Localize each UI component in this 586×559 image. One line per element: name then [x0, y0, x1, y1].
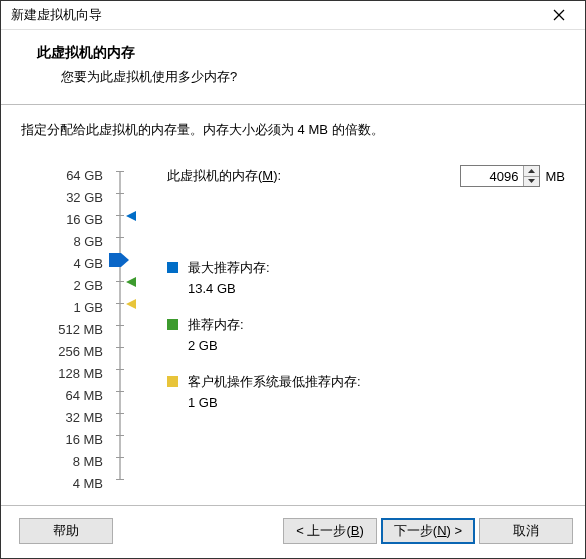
wizard-header: 此虚拟机的内存 您要为此虚拟机使用多少内存? — [1, 30, 585, 105]
scale-tick-label: 512 MB — [21, 319, 113, 341]
svg-marker-4 — [126, 299, 136, 309]
chevron-down-icon — [528, 179, 535, 183]
memory-value-input[interactable] — [461, 166, 523, 186]
memory-spinner — [460, 165, 540, 187]
next-button[interactable]: 下一步(N) > — [381, 518, 475, 544]
scale-tick-label: 1 GB — [21, 297, 113, 319]
page-subtitle: 您要为此虚拟机使用多少内存? — [37, 68, 585, 86]
page-title: 此虚拟机的内存 — [37, 44, 585, 62]
back-prefix: < 上一步( — [296, 523, 351, 538]
close-button[interactable] — [539, 1, 579, 29]
cancel-button[interactable]: 取消 — [479, 518, 573, 544]
scale-tick-label: 16 MB — [21, 429, 113, 451]
scale-tick-label: 8 GB — [21, 231, 113, 253]
help-button[interactable]: 帮助 — [19, 518, 113, 544]
spinner-buttons — [523, 166, 539, 186]
wizard-body: 指定分配给此虚拟机的内存量。内存大小必须为 4 MB 的倍数。 64 GB 32… — [1, 105, 585, 505]
scale-tick-label: 32 GB — [21, 187, 113, 209]
scale-tick-label: 256 MB — [21, 341, 113, 363]
wizard-footer: 帮助 < 上一步(B) 下一步(N) > 取消 — [1, 505, 585, 558]
next-hotkey: N — [437, 523, 446, 538]
memory-slider-track[interactable] — [113, 171, 139, 479]
square-icon — [167, 376, 178, 387]
svg-marker-2 — [126, 211, 136, 221]
memory-slider-thumb[interactable] — [109, 253, 129, 267]
scale-tick-label: 16 GB — [21, 209, 113, 231]
scale-tick-label: 128 MB — [21, 363, 113, 385]
min-recommended-title: 客户机操作系统最低推荐内存: — [188, 373, 361, 391]
max-recommended-block: 最大推荐内存: 13.4 GB — [167, 259, 565, 296]
min-recommended-value: 1 GB — [188, 395, 361, 410]
min-memory-marker — [126, 299, 136, 309]
square-icon — [167, 262, 178, 273]
memory-scale: 64 GB 32 GB 16 GB 8 GB 4 GB 2 GB 1 GB 51… — [21, 165, 113, 495]
memory-label: 此虚拟机的内存(M): — [167, 167, 460, 185]
info-column: 此虚拟机的内存(M): MB — [167, 165, 565, 430]
scale-tick-label: 32 MB — [21, 407, 113, 429]
min-recommended-block: 客户机操作系统最低推荐内存: 1 GB — [167, 373, 565, 410]
window-title: 新建虚拟机向导 — [11, 6, 539, 24]
titlebar: 新建虚拟机向导 — [1, 1, 585, 30]
scale-tick-label: 4 GB — [21, 253, 113, 275]
memory-input-row: 此虚拟机的内存(M): MB — [167, 165, 565, 187]
back-button[interactable]: < 上一步(B) — [283, 518, 377, 544]
max-memory-marker — [126, 211, 136, 221]
close-icon — [553, 9, 565, 21]
recommended-value: 2 GB — [188, 338, 244, 353]
instruction-text: 指定分配给此虚拟机的内存量。内存大小必须为 4 MB 的倍数。 — [21, 121, 565, 139]
memory-content: 64 GB 32 GB 16 GB 8 GB 4 GB 2 GB 1 GB 51… — [21, 165, 565, 495]
memory-unit: MB — [546, 169, 566, 184]
memory-decrease-button[interactable] — [524, 176, 539, 187]
memory-label-suffix: ): — [273, 168, 281, 183]
square-icon — [167, 319, 178, 330]
scale-tick-label: 2 GB — [21, 275, 113, 297]
svg-marker-6 — [528, 169, 535, 173]
scale-tick-label: 4 MB — [21, 473, 113, 495]
svg-marker-7 — [528, 179, 535, 183]
recommended-title: 推荐内存: — [188, 316, 244, 334]
wizard-window: 新建虚拟机向导 此虚拟机的内存 您要为此虚拟机使用多少内存? 指定分配给此虚拟机… — [0, 0, 586, 559]
max-recommended-title: 最大推荐内存: — [188, 259, 270, 277]
memory-label-prefix: 此虚拟机的内存( — [167, 168, 262, 183]
memory-increase-button[interactable] — [524, 166, 539, 176]
scale-tick-label: 64 MB — [21, 385, 113, 407]
recommended-block: 推荐内存: 2 GB — [167, 316, 565, 353]
scale-tick-label: 8 MB — [21, 451, 113, 473]
max-recommended-value: 13.4 GB — [188, 281, 270, 296]
svg-marker-5 — [109, 253, 129, 267]
next-prefix: 下一步( — [394, 523, 437, 538]
svg-marker-3 — [126, 277, 136, 287]
chevron-up-icon — [528, 169, 535, 173]
scale-tick-label: 64 GB — [21, 165, 113, 187]
next-suffix: ) > — [447, 523, 463, 538]
recommended-memory-marker — [126, 277, 136, 287]
memory-label-hotkey: M — [262, 168, 273, 183]
back-suffix: ) — [359, 523, 363, 538]
